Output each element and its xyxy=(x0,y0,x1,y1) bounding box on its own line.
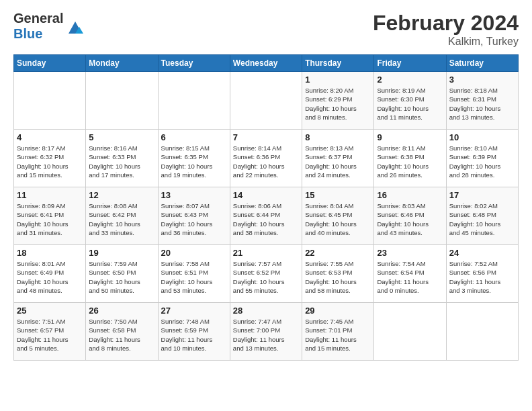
day-info: Sunrise: 7:48 AM Sunset: 6:59 PM Dayligh… xyxy=(161,317,227,353)
calendar-page: General Blue February 2024 Kalkim, Turke… xyxy=(0,0,532,411)
day-number: 22 xyxy=(305,248,371,258)
day-info: Sunrise: 8:15 AM Sunset: 6:35 PM Dayligh… xyxy=(161,144,227,179)
day-number: 8 xyxy=(305,132,371,142)
day-cell xyxy=(14,72,86,130)
day-cell: 9Sunrise: 8:11 AM Sunset: 6:38 PM Daylig… xyxy=(374,130,446,187)
day-cell: 16Sunrise: 8:03 AM Sunset: 6:46 PM Dayli… xyxy=(374,187,446,245)
col-wednesday: Wednesday xyxy=(230,55,302,72)
day-info: Sunrise: 8:07 AM Sunset: 6:43 PM Dayligh… xyxy=(161,201,227,237)
day-cell: 1Sunrise: 8:20 AM Sunset: 6:29 PM Daylig… xyxy=(302,72,374,130)
day-cell: 15Sunrise: 8:04 AM Sunset: 6:45 PM Dayli… xyxy=(302,187,374,245)
day-number: 10 xyxy=(449,132,515,142)
calendar-table: Sunday Monday Tuesday Wednesday Thursday… xyxy=(13,54,519,361)
day-cell xyxy=(86,72,158,130)
day-info: Sunrise: 8:06 AM Sunset: 6:44 PM Dayligh… xyxy=(233,201,299,237)
day-info: Sunrise: 8:01 AM Sunset: 6:49 PM Dayligh… xyxy=(17,259,83,295)
day-cell xyxy=(446,303,518,361)
week-row-5: 25Sunrise: 7:51 AM Sunset: 6:57 PM Dayli… xyxy=(14,303,519,361)
day-cell xyxy=(158,72,230,130)
day-info: Sunrise: 7:51 AM Sunset: 6:57 PM Dayligh… xyxy=(17,317,83,353)
day-info: Sunrise: 8:17 AM Sunset: 6:32 PM Dayligh… xyxy=(17,144,83,179)
day-cell: 10Sunrise: 8:10 AM Sunset: 6:39 PM Dayli… xyxy=(446,130,518,187)
day-info: Sunrise: 7:55 AM Sunset: 6:53 PM Dayligh… xyxy=(305,259,371,295)
day-cell: 17Sunrise: 8:02 AM Sunset: 6:48 PM Dayli… xyxy=(446,187,518,245)
day-cell: 12Sunrise: 8:08 AM Sunset: 6:42 PM Dayli… xyxy=(86,187,158,245)
day-number: 26 xyxy=(89,306,154,316)
day-cell: 18Sunrise: 8:01 AM Sunset: 6:49 PM Dayli… xyxy=(14,245,86,303)
day-number: 16 xyxy=(377,190,443,200)
day-number: 11 xyxy=(17,190,83,200)
logo-icon xyxy=(66,17,85,36)
logo: General Blue xyxy=(13,11,85,42)
header-row: Sunday Monday Tuesday Wednesday Thursday… xyxy=(14,55,519,72)
day-info: Sunrise: 8:19 AM Sunset: 6:30 PM Dayligh… xyxy=(377,86,443,122)
day-number: 2 xyxy=(377,75,443,85)
day-info: Sunrise: 8:16 AM Sunset: 6:33 PM Dayligh… xyxy=(89,144,154,179)
day-cell: 11Sunrise: 8:09 AM Sunset: 6:41 PM Dayli… xyxy=(14,187,86,245)
day-info: Sunrise: 8:10 AM Sunset: 6:39 PM Dayligh… xyxy=(449,144,515,179)
day-number: 9 xyxy=(377,132,443,142)
day-cell: 5Sunrise: 8:16 AM Sunset: 6:33 PM Daylig… xyxy=(86,130,158,187)
day-number: 12 xyxy=(89,190,154,200)
day-info: Sunrise: 8:02 AM Sunset: 6:48 PM Dayligh… xyxy=(449,201,515,237)
day-number: 6 xyxy=(161,132,227,142)
day-info: Sunrise: 8:18 AM Sunset: 6:31 PM Dayligh… xyxy=(449,86,515,122)
day-number: 14 xyxy=(233,190,299,200)
day-number: 13 xyxy=(161,190,227,200)
day-number: 21 xyxy=(233,248,299,258)
day-cell: 6Sunrise: 8:15 AM Sunset: 6:35 PM Daylig… xyxy=(158,130,230,187)
day-number: 5 xyxy=(89,132,154,142)
day-info: Sunrise: 8:14 AM Sunset: 6:36 PM Dayligh… xyxy=(233,144,299,179)
day-number: 27 xyxy=(161,306,227,316)
day-cell: 3Sunrise: 8:18 AM Sunset: 6:31 PM Daylig… xyxy=(446,72,518,130)
header: General Blue February 2024 Kalkim, Turke… xyxy=(13,11,519,48)
logo-general: General xyxy=(13,11,63,26)
day-number: 20 xyxy=(161,248,227,258)
day-info: Sunrise: 8:04 AM Sunset: 6:45 PM Dayligh… xyxy=(305,201,371,237)
col-monday: Monday xyxy=(86,55,158,72)
col-saturday: Saturday xyxy=(446,55,518,72)
day-info: Sunrise: 8:11 AM Sunset: 6:38 PM Dayligh… xyxy=(377,144,443,179)
day-number: 24 xyxy=(449,248,515,258)
day-info: Sunrise: 7:47 AM Sunset: 7:00 PM Dayligh… xyxy=(233,317,299,353)
day-number: 23 xyxy=(377,248,443,258)
day-cell: 7Sunrise: 8:14 AM Sunset: 6:36 PM Daylig… xyxy=(230,130,302,187)
day-cell: 25Sunrise: 7:51 AM Sunset: 6:57 PM Dayli… xyxy=(14,303,86,361)
day-number: 17 xyxy=(449,190,515,200)
day-cell: 13Sunrise: 8:07 AM Sunset: 6:43 PM Dayli… xyxy=(158,187,230,245)
day-cell: 19Sunrise: 7:59 AM Sunset: 6:50 PM Dayli… xyxy=(86,245,158,303)
day-cell: 22Sunrise: 7:55 AM Sunset: 6:53 PM Dayli… xyxy=(302,245,374,303)
week-row-2: 4Sunrise: 8:17 AM Sunset: 6:32 PM Daylig… xyxy=(14,130,519,187)
week-row-1: 1Sunrise: 8:20 AM Sunset: 6:29 PM Daylig… xyxy=(14,72,519,130)
week-row-4: 18Sunrise: 8:01 AM Sunset: 6:49 PM Dayli… xyxy=(14,245,519,303)
day-info: Sunrise: 7:54 AM Sunset: 6:54 PM Dayligh… xyxy=(377,259,443,295)
col-friday: Friday xyxy=(374,55,446,72)
day-info: Sunrise: 7:52 AM Sunset: 6:56 PM Dayligh… xyxy=(449,259,515,295)
col-thursday: Thursday xyxy=(302,55,374,72)
week-row-3: 11Sunrise: 8:09 AM Sunset: 6:41 PM Dayli… xyxy=(14,187,519,245)
day-cell xyxy=(230,72,302,130)
day-info: Sunrise: 8:13 AM Sunset: 6:37 PM Dayligh… xyxy=(305,144,371,179)
day-cell: 28Sunrise: 7:47 AM Sunset: 7:00 PM Dayli… xyxy=(230,303,302,361)
day-cell: 4Sunrise: 8:17 AM Sunset: 6:32 PM Daylig… xyxy=(14,130,86,187)
day-number: 25 xyxy=(17,306,83,316)
day-number: 7 xyxy=(233,132,299,142)
day-number: 15 xyxy=(305,190,371,200)
day-number: 29 xyxy=(305,306,371,316)
day-info: Sunrise: 8:03 AM Sunset: 6:46 PM Dayligh… xyxy=(377,201,443,237)
day-cell: 27Sunrise: 7:48 AM Sunset: 6:59 PM Dayli… xyxy=(158,303,230,361)
day-number: 28 xyxy=(233,306,299,316)
day-cell: 21Sunrise: 7:57 AM Sunset: 6:52 PM Dayli… xyxy=(230,245,302,303)
day-info: Sunrise: 8:09 AM Sunset: 6:41 PM Dayligh… xyxy=(17,201,83,237)
day-number: 18 xyxy=(17,248,83,258)
day-cell: 26Sunrise: 7:50 AM Sunset: 6:58 PM Dayli… xyxy=(86,303,158,361)
day-number: 19 xyxy=(89,248,154,258)
day-number: 4 xyxy=(17,132,83,142)
day-cell: 24Sunrise: 7:52 AM Sunset: 6:56 PM Dayli… xyxy=(446,245,518,303)
day-cell: 20Sunrise: 7:58 AM Sunset: 6:51 PM Dayli… xyxy=(158,245,230,303)
day-cell: 23Sunrise: 7:54 AM Sunset: 6:54 PM Dayli… xyxy=(374,245,446,303)
day-info: Sunrise: 7:59 AM Sunset: 6:50 PM Dayligh… xyxy=(89,259,154,295)
day-cell: 2Sunrise: 8:19 AM Sunset: 6:30 PM Daylig… xyxy=(374,72,446,130)
day-info: Sunrise: 8:08 AM Sunset: 6:42 PM Dayligh… xyxy=(89,201,154,237)
day-cell: 8Sunrise: 8:13 AM Sunset: 6:37 PM Daylig… xyxy=(302,130,374,187)
